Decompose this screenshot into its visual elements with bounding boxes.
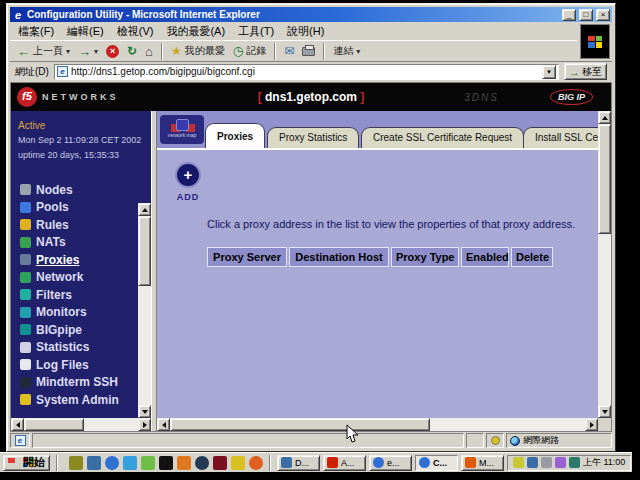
quicklaunch-icon-4[interactable]: [123, 456, 137, 470]
sidebar-item-log-files[interactable]: Log Files: [20, 356, 138, 374]
quicklaunch-icon-6[interactable]: [159, 456, 173, 470]
address-dropdown-icon[interactable]: ▾: [542, 65, 556, 79]
menu-view[interactable]: 檢視(V): [117, 24, 154, 39]
links-bar[interactable]: 連結 ▾: [330, 42, 363, 61]
quicklaunch-icon-1[interactable]: [69, 456, 83, 470]
scroll-left-icon[interactable]: [11, 418, 24, 431]
scroll-right-icon[interactable]: [585, 418, 598, 431]
sidebar-item-rules[interactable]: Rules: [20, 216, 138, 234]
tray-icon-4[interactable]: [555, 457, 566, 468]
home-icon: ⌂: [145, 44, 153, 59]
tray-icon-5[interactable]: [569, 457, 580, 468]
column-header-delete[interactable]: Delete: [511, 247, 553, 267]
scrollbar-thumb[interactable]: [138, 216, 151, 286]
menu-file[interactable]: 檔案(F): [18, 24, 54, 39]
sidebar-vertical-scrollbar[interactable]: [138, 203, 151, 418]
start-label: 開始: [23, 455, 45, 470]
status-zone-pane: 網際網路: [506, 433, 612, 448]
add-button-label: ADD: [170, 192, 206, 202]
network-map-button[interactable]: network map: [160, 115, 204, 144]
taskbar-window-button-5[interactable]: M...: [461, 455, 504, 471]
scroll-up-icon[interactable]: [138, 203, 151, 216]
scroll-up-icon[interactable]: [598, 111, 611, 124]
taskbar-window-button-3[interactable]: e...: [369, 455, 412, 471]
quicklaunch-icon-2[interactable]: [87, 456, 101, 470]
quicklaunch-icon-11[interactable]: [249, 456, 263, 470]
scroll-down-icon[interactable]: [138, 405, 151, 418]
tab-proxies[interactable]: Proxies: [205, 123, 265, 148]
statistics-icon: [20, 342, 31, 353]
forward-icon: →: [78, 44, 91, 59]
refresh-button[interactable]: ↻: [124, 42, 140, 61]
mail-button[interactable]: ✉: [281, 42, 297, 61]
maximize-button[interactable]: □: [579, 9, 593, 21]
print-button[interactable]: [299, 42, 318, 61]
tray-icon-2[interactable]: [527, 457, 538, 468]
go-button[interactable]: → 移至: [564, 63, 607, 80]
tray-icon-3[interactable]: [541, 457, 552, 468]
column-header-proxy-server[interactable]: Proxy Server: [207, 247, 287, 267]
tab-create-ssl-certificate-request[interactable]: Create SSL Certificate Request: [361, 127, 524, 148]
sidebar-item-proxies[interactable]: Proxies: [20, 251, 138, 269]
scrollbar-thumb[interactable]: [170, 418, 430, 431]
main-horizontal-scrollbar[interactable]: [157, 418, 598, 431]
address-input-wrap: e ▾: [54, 64, 559, 80]
sidebar-item-network[interactable]: Network: [20, 269, 138, 287]
menu-tools[interactable]: 工具(T): [238, 24, 274, 39]
favorites-button[interactable]: ★ 我的最愛: [168, 42, 228, 61]
scrollbar-thumb[interactable]: [24, 418, 84, 431]
title-bar[interactable]: e Configuration Utility - Microsoft Inte…: [10, 7, 612, 22]
taskbar-window-button-1[interactable]: D...: [277, 455, 320, 471]
tab-strip: network map Proxies Proxy Statistics Cre…: [157, 111, 598, 148]
close-button[interactable]: ×: [596, 9, 610, 21]
taskbar-window-button-4-active[interactable]: C...: [415, 455, 458, 471]
menu-edit[interactable]: 編輯(E): [67, 24, 104, 39]
quicklaunch-icon-10[interactable]: [231, 456, 245, 470]
ie-app-icon: e: [12, 9, 24, 21]
tab-install-ssl-certificate[interactable]: Install SSL Certif: [523, 127, 598, 148]
column-header-destination-host[interactable]: Destination Host: [289, 247, 389, 267]
quicklaunch-icon-9[interactable]: [213, 456, 227, 470]
sidebar-item-system-admin[interactable]: System Admin: [20, 391, 138, 409]
sidebar-item-nodes[interactable]: Nodes: [20, 181, 138, 199]
stop-button[interactable]: ×: [103, 42, 122, 61]
proxy-table-header-row: Proxy Server Destination Host Proxy Type…: [207, 247, 553, 267]
scroll-left-icon[interactable]: [157, 418, 170, 431]
quicklaunch-icon-8[interactable]: [195, 456, 209, 470]
back-button[interactable]: ← 上一頁 ▾: [14, 42, 73, 61]
main-vertical-scrollbar[interactable]: [598, 111, 611, 418]
sidebar-nav: Nodes Pools Rules NATs Proxies Network F…: [20, 181, 138, 409]
sidebar-item-monitors[interactable]: Monitors: [20, 304, 138, 322]
sidebar-item-pools[interactable]: Pools: [20, 199, 138, 217]
tray-icon-1[interactable]: [513, 457, 524, 468]
quicklaunch-icon-3[interactable]: [105, 456, 119, 470]
page-icon: e: [57, 66, 68, 77]
sidebar-item-nats[interactable]: NATs: [20, 234, 138, 252]
quicklaunch-icon-7[interactable]: [177, 456, 191, 470]
address-input[interactable]: [71, 66, 539, 77]
minimize-button[interactable]: _: [562, 9, 576, 21]
sidebar-item-statistics[interactable]: Statistics: [20, 339, 138, 357]
sidebar-horizontal-scrollbar[interactable]: [11, 418, 151, 431]
status-uptime: uptime 20 days, 15:35:33: [18, 148, 141, 163]
sidebar-item-filters[interactable]: Filters: [20, 286, 138, 304]
history-button[interactable]: ◷ 記錄: [230, 42, 269, 61]
taskbar-window-button-2[interactable]: A...: [323, 455, 366, 471]
start-button[interactable]: 開始: [3, 455, 50, 471]
menu-help[interactable]: 說明(H): [287, 24, 324, 39]
menu-favorites[interactable]: 我的最愛(A): [166, 24, 225, 39]
sidebar-item-bigpipe[interactable]: BIGpipe: [20, 321, 138, 339]
tab-proxy-statistics[interactable]: Proxy Statistics: [267, 127, 359, 148]
go-label: 移至: [582, 65, 602, 79]
sidebar-item-mindterm-ssh[interactable]: Mindterm SSH: [20, 374, 138, 392]
quicklaunch-icon-5[interactable]: [141, 456, 155, 470]
scroll-down-icon[interactable]: [598, 405, 611, 418]
column-header-enabled[interactable]: Enabled: [461, 247, 509, 267]
forward-button[interactable]: → ▾: [75, 42, 101, 61]
taskbar: 開始 D... A... e... C... M... 上午 1: [0, 452, 632, 472]
add-button[interactable]: +: [175, 162, 201, 188]
home-button[interactable]: ⌂: [142, 42, 156, 61]
scrollbar-thumb[interactable]: [598, 124, 611, 234]
scroll-right-icon[interactable]: [138, 418, 151, 431]
column-header-proxy-type[interactable]: Proxy Type: [391, 247, 459, 267]
